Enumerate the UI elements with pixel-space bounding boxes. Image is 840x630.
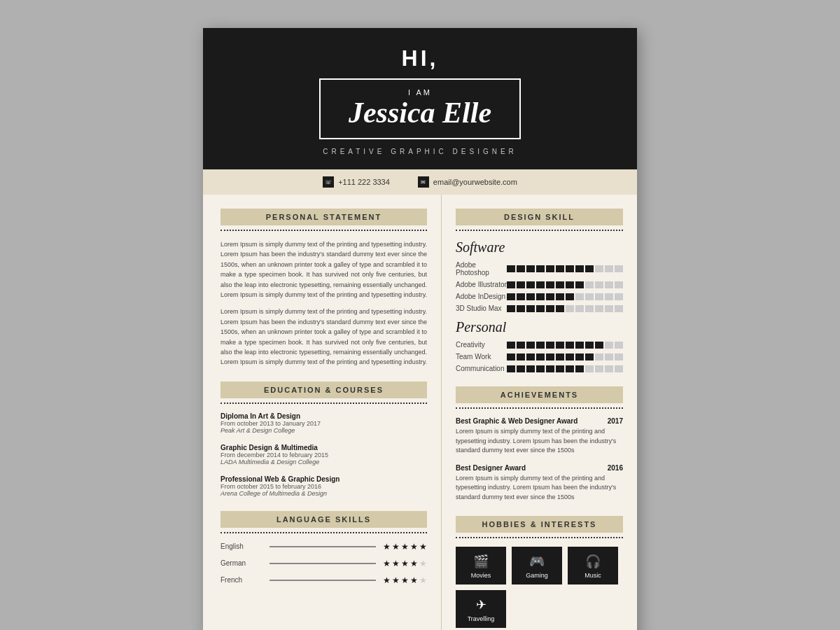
header-title: CREATIVE GRAPHIC DESIGNER: [224, 148, 616, 155]
skill-bar-filled: [536, 342, 545, 349]
language-bar: [270, 546, 376, 547]
skill-bar-filled: [566, 365, 574, 372]
edu-dates: From october 2015 to february 2016: [220, 483, 427, 490]
language-entries: English ★★★★★ German ★★★★★ French ★★★★★: [220, 542, 427, 585]
skill-bar-empty: [575, 305, 584, 312]
skill-bar-empty: [595, 265, 603, 272]
skill-bar-filled: [536, 293, 545, 300]
skill-bar-empty: [605, 354, 613, 360]
hobby-item: 🎮 Gaming: [512, 547, 562, 584]
personal-title: Personal: [456, 319, 623, 335]
skill-bar-filled: [556, 281, 564, 288]
language-name: German: [220, 559, 262, 567]
skill-bar-empty: [595, 281, 603, 288]
skill-row: 3D Studio Max: [456, 304, 623, 312]
skill-bar-empty: [605, 305, 613, 312]
skill-bar-filled: [507, 305, 515, 312]
skill-bar-filled: [546, 281, 554, 288]
personal-statement-divider: [220, 230, 427, 231]
language-name: French: [220, 576, 262, 584]
personal-statement-section: PERSONAL STATEMENT Lorem Ipsum is simply…: [220, 209, 427, 368]
education-entry: Graphic Design & Multimedia From decembe…: [220, 444, 427, 465]
skill-bar-filled: [536, 365, 545, 372]
skill-name: Adobe InDesign: [456, 293, 507, 300]
hobbies-header: HOBBIES & INTERESTS: [456, 516, 623, 533]
skill-bar-filled: [517, 354, 525, 360]
skill-bar-filled: [566, 293, 574, 300]
achievement-text: Lorem Ipsum is simply dummy text of the …: [456, 474, 623, 503]
skill-bar-filled: [585, 342, 594, 349]
edu-degree: Professional Web & Graphic Design: [220, 475, 427, 483]
star-filled: ★: [392, 542, 400, 552]
education-entry: Diploma In Art & Design From october 201…: [220, 412, 427, 434]
skill-bar-filled: [526, 265, 535, 272]
language-bar: [270, 563, 376, 564]
skill-bars: [507, 354, 623, 360]
star-filled: ★: [383, 559, 391, 568]
skill-bar-filled: [575, 265, 584, 272]
skill-bar-filled: [536, 354, 545, 360]
column-left: PERSONAL STATEMENT Lorem Ipsum is simply…: [203, 195, 442, 630]
edu-dates: From october 2013 to January 2017: [220, 420, 427, 427]
hobby-label: Movies: [471, 572, 491, 579]
skill-row: Communication: [456, 365, 623, 372]
phone-number: +111 222 3334: [338, 178, 390, 186]
skill-bars: [507, 293, 623, 300]
skill-bar-filled: [507, 342, 515, 349]
skill-bar-filled: [517, 281, 525, 288]
skill-row: Creativity: [456, 341, 623, 349]
hobbies-divider: [456, 537, 623, 538]
language-stars: ★★★★★: [383, 542, 427, 552]
achievement-year: 2016: [608, 464, 623, 472]
achievement-title: Best Graphic & Web Designer Award: [456, 417, 578, 425]
star-filled: ★: [410, 542, 418, 552]
skill-bar-filled: [556, 365, 564, 372]
skill-bar-filled: [585, 265, 594, 272]
achievement-entry: Best Graphic & Web Designer Award 2017 L…: [456, 417, 623, 456]
edu-degree: Graphic Design & Multimedia: [220, 444, 427, 451]
skill-row: Adobe Illustrator: [456, 281, 623, 288]
skill-bar-empty: [605, 293, 613, 300]
skill-bar-empty: [595, 305, 603, 312]
hobby-label: Music: [584, 572, 601, 579]
skill-name: 3D Studio Max: [456, 304, 507, 312]
edu-school: Arena College of Multimedia & Design: [220, 490, 427, 497]
star-filled: ★: [392, 575, 400, 585]
header-name-box: I AM Jessica Elle: [319, 78, 521, 139]
personal-statement-para2: Lorem Ipsum is simply dummy text of the …: [220, 307, 427, 367]
contact-email: ✉ email@yourwebsite.com: [418, 176, 517, 188]
design-skill-section: DESIGN SKILL Software Adobe PhotoshopAdo…: [456, 209, 623, 372]
skill-bars: [507, 281, 623, 288]
skill-bars: [507, 265, 623, 272]
hobby-label: Gaming: [526, 572, 548, 579]
skill-row: Team Work: [456, 353, 623, 360]
skill-bars: [507, 305, 623, 312]
skill-bar-filled: [556, 354, 564, 360]
resume-header: HI, I AM Jessica Elle CREATIVE GRAPHIC D…: [203, 28, 637, 169]
skill-bar-filled: [517, 265, 525, 272]
language-stars: ★★★★★: [383, 575, 427, 585]
hobby-icon: 🎧: [571, 554, 615, 569]
skill-bar-filled: [556, 305, 564, 312]
skill-bar-empty: [566, 305, 574, 312]
skill-bar-filled: [526, 293, 535, 300]
skill-bar-empty: [615, 342, 623, 349]
skill-row: Adobe InDesign: [456, 293, 623, 300]
column-right: DESIGN SKILL Software Adobe PhotoshopAdo…: [442, 195, 637, 630]
edu-school: Peak Art & Design College: [220, 427, 427, 434]
skill-bar-filled: [526, 354, 535, 360]
education-divider: [220, 402, 427, 404]
skill-bars: [507, 365, 623, 372]
skill-bar-filled: [575, 354, 584, 360]
skill-bar-filled: [517, 342, 525, 349]
skill-name: Adobe Photoshop: [456, 261, 507, 276]
language-header: LANGUAGE SKILLS: [220, 511, 427, 528]
hobby-icon: ✈: [459, 597, 503, 612]
skill-bar-empty: [605, 281, 613, 288]
achievement-entry: Best Designer Award 2016 Lorem Ipsum is …: [456, 464, 623, 503]
language-stars: ★★★★★: [383, 559, 427, 568]
achievement-text: Lorem Ipsum is simply dummy text of the …: [456, 427, 623, 456]
design-skill-header: DESIGN SKILL: [456, 209, 623, 225]
skill-bar-filled: [546, 293, 554, 300]
achievement-year: 2017: [608, 417, 623, 425]
